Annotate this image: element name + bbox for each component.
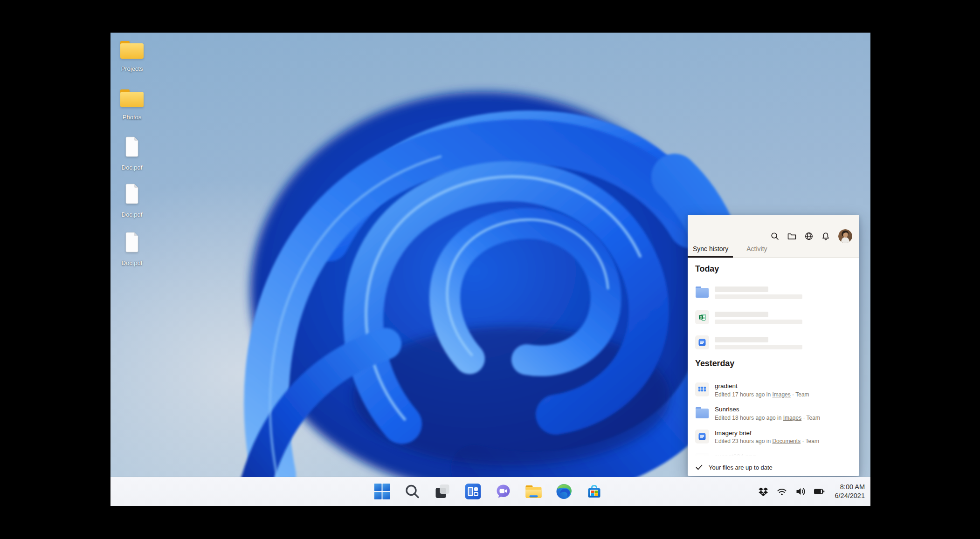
desktop: Projects Photos Doc.pdf Doc.pdf Doc.pdf	[110, 33, 870, 506]
file-meta: Edited 18 hours ago ago in Images · Team	[715, 414, 820, 422]
file-explorer-button[interactable]	[524, 481, 544, 502]
edge-icon	[556, 483, 573, 500]
pdf-file-icon	[123, 232, 141, 254]
dropbox-panel: Sync history Activity Today	[688, 215, 859, 476]
section-heading-yesterday: Yesterday	[695, 359, 859, 368]
list-item-skeleton[interactable]	[688, 335, 859, 349]
search-button[interactable]	[402, 481, 423, 502]
avatar[interactable]	[838, 229, 852, 243]
search-icon[interactable]	[771, 232, 779, 240]
desktop-icon-doc-pdf-3[interactable]: Doc.pdf	[113, 232, 151, 266]
excel-file-icon: X	[695, 310, 709, 324]
globe-icon[interactable]	[805, 232, 813, 240]
panel-header: Sync history Activity	[688, 215, 859, 258]
windows-logo-icon	[374, 484, 390, 499]
pdf-file-icon	[123, 183, 141, 205]
sync-status-text: Your files are up to date	[709, 464, 773, 471]
file-meta: Edited 17 hours ago in Images · Team	[715, 391, 809, 399]
wifi-icon[interactable]	[776, 485, 788, 498]
task-view-button[interactable]	[433, 481, 453, 502]
list-item-sunrises[interactable]: Sunrises Edited 18 hours ago ago in Imag…	[688, 406, 859, 422]
search-icon	[405, 484, 421, 499]
task-view-icon	[435, 484, 451, 499]
file-title: Sunrises	[715, 406, 820, 414]
blue-folder-icon	[695, 285, 709, 299]
check-icon	[696, 464, 703, 470]
desktop-icon-label: Doc.pdf	[122, 164, 143, 171]
widgets-icon	[465, 484, 481, 499]
edge-button[interactable]	[554, 481, 574, 502]
list-item-gradient[interactable]: gradient Edited 17 hours ago in Images ·…	[688, 382, 859, 399]
file-meta: Edited 23 hours ago in Documents · Team	[715, 437, 819, 445]
start-button[interactable]	[372, 481, 393, 502]
file-title: gradient	[715, 382, 809, 390]
desktop-icon-label: Photos	[123, 114, 141, 120]
desktop-icon-label: Projects	[121, 66, 143, 72]
folder-icon	[119, 89, 145, 108]
list-item-skeleton[interactable]	[688, 285, 859, 299]
skeleton-bars	[715, 335, 802, 349]
folder-icon[interactable]	[787, 232, 796, 240]
chat-button[interactable]	[493, 481, 514, 502]
panel-body: Today	[688, 258, 859, 476]
desktop-icon-doc-pdf-2[interactable]: Doc.pdf	[113, 183, 151, 218]
system-tray: 8:00 AM 6/24/2021	[757, 477, 867, 506]
pdf-file-icon	[123, 136, 141, 158]
dropbox-tray-icon[interactable]	[757, 485, 769, 498]
desktop-icon-label: Doc.pdf	[122, 212, 143, 218]
grid-image-icon	[695, 382, 709, 396]
bell-icon[interactable]	[821, 232, 830, 241]
chat-icon	[496, 484, 511, 499]
panel-footer: Your files are up to date	[688, 458, 859, 476]
list-item-imagery-brief[interactable]: Imagery brief Edited 23 hours ago in Doc…	[688, 430, 859, 446]
desktop-icon-label: Doc.pdf	[122, 260, 143, 266]
taskbar: 8:00 AM 6/24/2021	[110, 477, 870, 506]
blue-folder-icon	[695, 406, 709, 420]
clock[interactable]: 8:00 AM 6/24/2021	[835, 483, 867, 500]
widgets-button[interactable]	[463, 481, 483, 502]
doc-file-icon	[695, 430, 709, 443]
file-title: Imagery brief	[715, 430, 819, 437]
panel-tabs: Sync history Activity	[688, 240, 772, 257]
desktop-icon-doc-pdf-1[interactable]: Doc.pdf	[113, 136, 151, 171]
store-icon	[587, 484, 602, 499]
desktop-icon-photos[interactable]: Photos	[113, 89, 151, 120]
skeleton-bars	[715, 285, 802, 299]
folder-icon	[119, 40, 145, 60]
link-images[interactable]: Images	[783, 415, 801, 421]
section-heading-today: Today	[695, 264, 859, 274]
link-images[interactable]: Images	[772, 391, 790, 398]
volume-icon[interactable]	[794, 485, 807, 498]
link-documents[interactable]: Documents	[772, 438, 801, 444]
battery-icon[interactable]	[813, 485, 825, 498]
list-item-skeleton[interactable]: X	[688, 310, 859, 324]
file-explorer-icon	[525, 484, 543, 499]
desktop-icon-projects[interactable]: Projects	[113, 40, 151, 72]
letterbox: { "desktop": { "icons": [ {"label": "Pro…	[0, 0, 980, 539]
doc-file-icon	[695, 335, 709, 349]
clock-time: 8:00 AM	[835, 483, 865, 491]
clock-date: 6/24/2021	[835, 491, 865, 500]
skeleton-bars	[715, 310, 802, 324]
tab-sync-history[interactable]: Sync history	[688, 240, 733, 257]
tab-activity[interactable]: Activity	[741, 240, 772, 257]
svg-text:X: X	[700, 315, 702, 320]
store-button[interactable]	[584, 481, 605, 502]
